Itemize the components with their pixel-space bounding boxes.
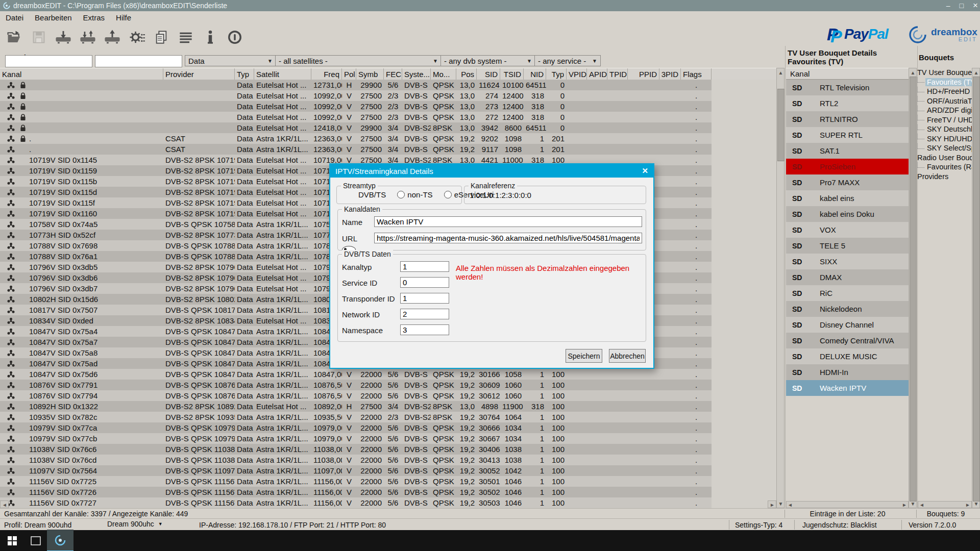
field-input-namespace[interactable] bbox=[400, 324, 449, 335]
taskbar-app-dreamboxedit[interactable] bbox=[47, 530, 74, 551]
about-button[interactable] bbox=[226, 29, 244, 47]
scroll-right-icon[interactable]: ► bbox=[902, 502, 907, 508]
dvb-system-filter-select[interactable]: - any dvb system -▼ bbox=[440, 55, 535, 66]
bouquet-channel-row[interactable]: SDSIXX bbox=[786, 254, 909, 269]
tree-item-freetv-uhd[interactable]: FreeTV / UHD bbox=[916, 115, 972, 125]
radio-nonts[interactable]: non-TS bbox=[397, 190, 432, 199]
list-button[interactable] bbox=[177, 29, 195, 47]
table-row[interactable]: 10935V SID 0x782cDVB-S2 8PSK 10935V ...D… bbox=[0, 412, 712, 422]
bouquet-channel-row[interactable]: SDSUPER RTL bbox=[786, 127, 909, 143]
provider-filter-input[interactable] bbox=[95, 55, 182, 67]
save-button[interactable]: Speichern bbox=[566, 349, 602, 363]
table-row[interactable]: DataEutelsat Hot ...12731,00H299005/6DVB… bbox=[0, 80, 712, 90]
bouquet-channel-row[interactable]: SDkabel eins bbox=[786, 190, 909, 206]
field-input-kanaltyp[interactable] bbox=[400, 261, 449, 272]
bouquet-channel-row[interactable]: SDRTLNITRO bbox=[786, 111, 909, 127]
table-row[interactable]: 10876V SID 0x7794DVB-S QPSK 10876V ...Da… bbox=[0, 390, 712, 401]
paypal-logo[interactable]: PP PayPal bbox=[827, 24, 888, 44]
tree-item-sky-deutschland[interactable]: SKY Deutschland bbox=[916, 124, 972, 134]
column-header-satellit[interactable]: Satellit bbox=[254, 68, 311, 80]
field-input-transponder-id[interactable] bbox=[400, 293, 449, 304]
table-row[interactable]: 11156V SID 0x7725DVB-S QPSK 11156V ...Da… bbox=[0, 476, 712, 487]
tree-item-radio-user-bouquets[interactable]: Radio User Bouquets bbox=[916, 153, 972, 163]
bouquet-channel-row[interactable]: SDDELUXE MUSIC bbox=[786, 348, 909, 364]
column-header-3pid[interactable]: 3PID bbox=[659, 68, 681, 80]
scrollbar-thumb[interactable] bbox=[777, 89, 785, 161]
column-header-vpid[interactable]: VPID bbox=[567, 68, 587, 80]
column-header-apid[interactable]: APID bbox=[587, 68, 607, 80]
column-header-fec[interactable]: FEC bbox=[384, 68, 402, 80]
tree-item-sky-select-sport-e[interactable]: SKY Select/Sport/E bbox=[916, 143, 972, 153]
bouquet-horizontal-scrollbar[interactable]: ◄ ► bbox=[786, 501, 909, 508]
vertical-scrollbar[interactable]: ▲ ▼ bbox=[776, 68, 785, 508]
table-row[interactable]: .CSATDataAstra 1KR/1L...12363,00V275003/… bbox=[0, 144, 712, 155]
radio-dvbts[interactable]: DVB/TS bbox=[342, 190, 386, 199]
bouquet-channel-row[interactable]: SDDMAX bbox=[786, 269, 909, 285]
start-button[interactable] bbox=[0, 530, 24, 551]
scroll-left-icon[interactable]: ◄ bbox=[919, 502, 924, 508]
bouquet-channel-row[interactable]: SDHDMI-In bbox=[786, 364, 909, 380]
tree-horizontal-scrollbar[interactable]: ◄ ► bbox=[918, 501, 972, 508]
column-header-tsid[interactable]: TSID bbox=[500, 68, 524, 80]
column-header-typ[interactable]: Typ bbox=[235, 68, 254, 80]
tree-item-hd-freehd[interactable]: HD+/FreeHD bbox=[916, 87, 972, 96]
open-file-button[interactable] bbox=[5, 29, 23, 47]
tree-item-providers[interactable]: Providers bbox=[916, 172, 972, 182]
column-header-tpid[interactable]: TPID bbox=[607, 68, 628, 80]
close-button[interactable]: × bbox=[973, 1, 978, 11]
column-header-sid[interactable]: SID bbox=[477, 68, 500, 80]
bouquet-channel-row[interactable]: SDkabel eins Doku bbox=[786, 206, 909, 222]
bouquet-channel-row[interactable]: SDWacken IPTV bbox=[786, 380, 909, 396]
column-header-kanal[interactable]: Kanal bbox=[0, 68, 163, 80]
menu-item-hilfe[interactable]: Hilfe bbox=[110, 12, 137, 23]
table-row[interactable]: 10979V SID 0x77caDVB-S QPSK 10979V ...Da… bbox=[0, 422, 712, 433]
bouquet-channel-row[interactable]: SDDisney Channel bbox=[786, 317, 909, 333]
menu-item-bearbeiten[interactable]: Bearbeiten bbox=[29, 12, 78, 23]
minimize-button[interactable]: – bbox=[946, 2, 950, 10]
bouquet-channel-row[interactable]: SDNickelodeon bbox=[786, 301, 909, 317]
bouquet-list-header[interactable]: Kanal bbox=[786, 68, 909, 80]
scroll-up-icon[interactable]: ▲ bbox=[778, 69, 783, 76]
table-row[interactable]: DataEutelsat Hot ...10992,00V275002/3DVB… bbox=[0, 101, 712, 112]
column-header-syste-[interactable]: Syste... bbox=[402, 68, 431, 80]
tree-item-sky-hd-uhd[interactable]: SKY HD/UHD bbox=[916, 134, 972, 144]
table-row[interactable]: DataEutelsat Hot ...10992,00V275002/3DVB… bbox=[0, 90, 712, 101]
table-row[interactable]: 11097V SID 0x7564DVB-S QPSK 11097V ...Da… bbox=[0, 465, 712, 476]
menu-item-extras[interactable]: Extras bbox=[78, 12, 111, 23]
bouquet-channel-row[interactable]: SDComedy Central/VIVA bbox=[786, 333, 909, 348]
scroll-down-icon[interactable]: ▼ bbox=[778, 500, 783, 507]
upload-to-receiver-button[interactable] bbox=[103, 29, 121, 47]
table-row[interactable]: 10892H SID 0x1322DVB-S2 8PSK 10892H ...D… bbox=[0, 401, 712, 412]
url-input[interactable] bbox=[374, 233, 642, 243]
table-row[interactable]: 10979V SID 0x77cbDVB-S QPSK 10979V ...Da… bbox=[0, 433, 712, 444]
tree-item-orf-austriatv-sri[interactable]: ORF/AustriaTV/SRI bbox=[916, 96, 972, 106]
scroll-right-icon[interactable]: ► bbox=[965, 502, 970, 508]
bouquet-channel-row[interactable]: SDVOX bbox=[786, 222, 909, 238]
tree-item-favourites-tv-[interactable]: Favourites (TV) bbox=[916, 78, 972, 87]
column-header-nid[interactable]: NID bbox=[524, 68, 546, 80]
scroll-up-icon[interactable]: ▲ bbox=[973, 69, 979, 76]
column-header-mo-[interactable]: Mo... bbox=[431, 68, 456, 80]
profile-combo[interactable]: Dream 900uhc▼ bbox=[107, 520, 163, 528]
name-input[interactable] bbox=[374, 216, 642, 227]
scroll-left-button[interactable]: ◄ bbox=[0, 500, 9, 508]
table-row[interactable]: .CSATDataAstra 1KR/1L...12363,00V275003/… bbox=[0, 133, 712, 144]
scroll-left-icon[interactable]: ◄ bbox=[788, 502, 793, 508]
scroll-down-icon[interactable]: ▼ bbox=[910, 500, 916, 507]
column-header-flags[interactable]: Flags bbox=[681, 68, 712, 80]
column-header-pol[interactable]: Pol bbox=[342, 68, 356, 80]
field-input-service-id[interactable] bbox=[400, 277, 449, 288]
field-input-network-id[interactable] bbox=[400, 309, 449, 319]
column-header-freq[interactable]: Freq bbox=[311, 68, 342, 80]
tree-item-favourites-radio-[interactable]: Favourites (Radio) bbox=[916, 162, 972, 172]
tree-vertical-scrollbar[interactable]: ▲ ▼ bbox=[972, 68, 980, 508]
satellite-filter-select[interactable]: - all satellites -▼ bbox=[275, 55, 442, 66]
service-filter-select[interactable]: - any service -▼ bbox=[534, 55, 601, 66]
scroll-right-button[interactable]: ► bbox=[768, 500, 776, 508]
table-row[interactable]: DataEutelsat Hot ...12418,00V299003/4DVB… bbox=[0, 122, 712, 133]
bouquet-channel-row[interactable]: SDTELE 5 bbox=[786, 238, 909, 254]
bouquet-channel-row[interactable]: SDPro7 MAXX bbox=[786, 174, 909, 190]
column-header-pos[interactable]: Pos bbox=[456, 68, 477, 80]
scroll-down-icon[interactable]: ▼ bbox=[973, 500, 979, 507]
maximize-button[interactable]: □ bbox=[960, 2, 964, 10]
